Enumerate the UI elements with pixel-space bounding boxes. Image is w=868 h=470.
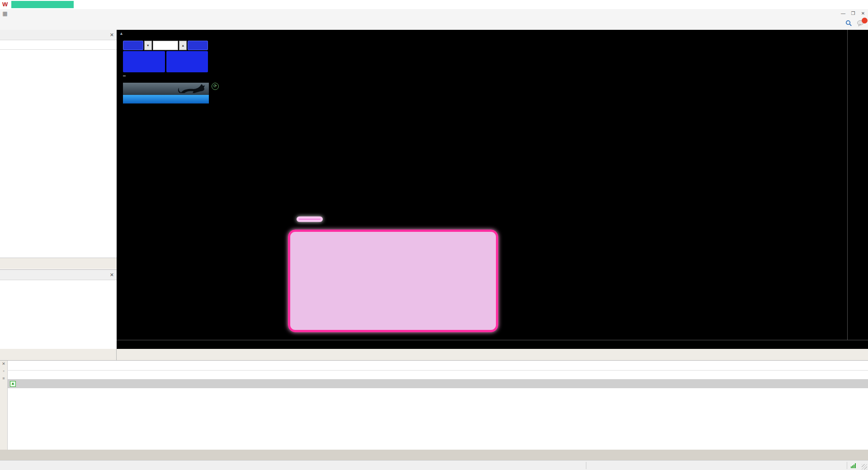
terminal-menu-icon[interactable]: ≡ — [2, 376, 5, 381]
cat-icon — [176, 83, 208, 95]
notifications-icon[interactable] — [857, 20, 864, 28]
price-axis[interactable] — [847, 30, 868, 340]
balance-row: ▲ — [7, 379, 868, 388]
sell-button[interactable] — [123, 41, 143, 50]
banner-control-icon[interactable]: ⟳ — [212, 83, 219, 90]
chart-window-icon: ▦ — [1, 10, 9, 17]
navigator-tree — [0, 280, 117, 339]
resize-grip[interactable] — [862, 464, 867, 470]
search-icon[interactable] — [845, 20, 852, 28]
close-button[interactable] — [854, 0, 868, 9]
title-bar: W — [0, 0, 868, 9]
market-watch-panel: ✕ — [0, 30, 117, 269]
one-click-trading-panel: ▼ ▲ — [123, 41, 208, 72]
status-bar — [0, 460, 868, 470]
market-watch-table — [0, 50, 117, 258]
market-watch-header — [0, 40, 117, 50]
buy-price-button[interactable] — [166, 51, 208, 72]
market-watch-close-icon[interactable]: ✕ — [110, 32, 114, 38]
terminal-close-icon[interactable]: ✕ — [2, 362, 5, 366]
volume-input[interactable] — [153, 41, 179, 50]
terminal-pin-icon[interactable]: ▫ — [3, 369, 4, 373]
annotation-box — [288, 230, 498, 332]
order-row[interactable] — [7, 370, 868, 380]
terminal-sidebar: ✕ ▫ ≡ — [0, 361, 8, 451]
toolbar — [0, 18, 868, 30]
chart-window: ▲ ▼ ▲ — [117, 30, 868, 349]
terminal-tab-bar — [0, 450, 868, 460]
chart-symbol-header: ▲ — [119, 31, 129, 36]
market-watch-title-bar: ✕ — [0, 30, 117, 40]
notification-badge — [862, 18, 868, 24]
buy-button[interactable] — [188, 41, 208, 50]
navigator-tabs — [0, 349, 117, 360]
sell-price-button[interactable] — [123, 51, 165, 72]
connection-bars-icon — [851, 463, 856, 468]
ea-banner-buy-label — [123, 95, 209, 103]
balance-icon: ▲ — [10, 381, 16, 387]
chart-tab-bar — [117, 349, 868, 360]
market-watch-tabs — [0, 258, 117, 269]
annotation-title — [297, 216, 323, 222]
child-close-button[interactable]: ✕ — [858, 11, 868, 16]
app-logo-icon: W — [2, 1, 9, 8]
time-axis[interactable] — [117, 340, 868, 349]
minimize-button[interactable] — [827, 0, 841, 9]
volume-down-stepper[interactable]: ▼ — [144, 41, 152, 50]
ea-auth-message — [123, 75, 126, 76]
ea-banner — [123, 83, 209, 103]
navigator-title-bar: ✕ — [0, 270, 117, 280]
orders-table-header — [7, 361, 868, 371]
restore-button[interactable] — [841, 0, 854, 9]
collapse-icon[interactable]: ▲ — [119, 31, 123, 36]
terminal-panel: ✕ ▫ ≡ ▲ — [0, 360, 868, 450]
volume-up-stepper[interactable]: ▲ — [179, 41, 187, 50]
redacted-account-info — [11, 1, 74, 8]
menu-bar: ▦ — ❐ ✕ — [0, 9, 868, 18]
chart-plot-area[interactable]: ▲ ▼ ▲ — [117, 30, 847, 340]
navigator-panel: ✕ — [0, 269, 117, 349]
ea-banner-title — [123, 83, 209, 95]
navigator-close-icon[interactable]: ✕ — [110, 272, 114, 278]
child-restore-button[interactable]: ❐ — [848, 11, 858, 16]
child-minimize-button[interactable]: — — [838, 11, 848, 16]
